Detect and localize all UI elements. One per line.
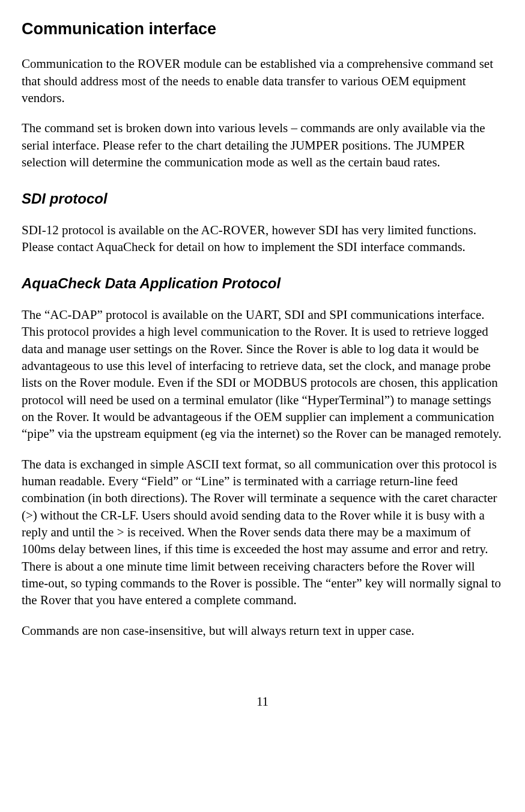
heading-communication-interface: Communication interface: [22, 18, 503, 40]
paragraph-command-set: The command set is broken down into vari…: [22, 120, 503, 171]
paragraph-ascii-format: The data is exchanged in simple ASCII te…: [22, 456, 503, 609]
page-number: 11: [22, 693, 503, 710]
heading-sdi-protocol: SDI protocol: [22, 189, 503, 208]
paragraph-case-insensitive: Commands are non case-insensitive, but w…: [22, 622, 503, 639]
paragraph-acdap-intro: The “AC-DAP” protocol is available on th…: [22, 306, 503, 443]
paragraph-sdi: SDI-12 protocol is available on the AC-R…: [22, 222, 503, 256]
heading-aquacheck-protocol: AquaCheck Data Application Protocol: [22, 274, 503, 293]
paragraph-intro: Communication to the ROVER module can be…: [22, 55, 503, 106]
